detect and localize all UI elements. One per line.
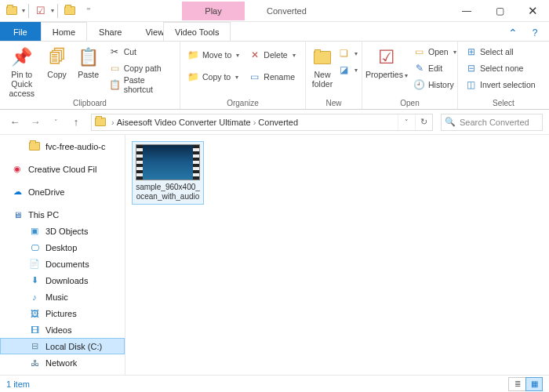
open-button[interactable]: ▭Open▾ xyxy=(410,44,460,60)
tab-home[interactable]: Home xyxy=(41,22,87,41)
nav-item-pictures[interactable]: 🖼Pictures xyxy=(0,305,125,321)
copy-icon: 🗐 xyxy=(45,45,69,69)
paste-icon: 📋 xyxy=(77,45,100,69)
minimize-button[interactable]: — xyxy=(450,0,483,22)
nav-item-music[interactable]: ♪Music xyxy=(0,289,125,305)
close-button[interactable]: ✕ xyxy=(516,0,549,22)
onedrive-icon: ☁ xyxy=(11,187,24,198)
nav-item-folder[interactable]: fvc-free-audio-c xyxy=(0,138,125,154)
folder-icon[interactable] xyxy=(61,2,78,20)
forward-button[interactable]: → xyxy=(27,114,44,131)
file-list[interactable]: sample_960x400_ocean_with_audio xyxy=(125,135,549,375)
nav-item-documents[interactable]: 📄Documents xyxy=(0,256,125,272)
chevron-right-icon[interactable]: › xyxy=(251,118,259,127)
history-button[interactable]: 🕘History xyxy=(410,77,460,93)
chevron-right-icon[interactable]: › xyxy=(109,118,117,127)
properties-icon[interactable]: ☑ xyxy=(32,2,49,20)
open-icon: ▭ xyxy=(413,46,425,58)
select-all-icon: ⊞ xyxy=(465,46,477,58)
nav-item-3d-objects[interactable]: ▣3D Objects xyxy=(0,223,125,239)
large-icons-view-button[interactable]: ▦ xyxy=(525,377,543,391)
details-view-button[interactable]: ≣ xyxy=(508,377,525,391)
address-bar[interactable]: › Aiseesoft Video Converter Ultimate › C… xyxy=(91,114,433,131)
tab-file[interactable]: File xyxy=(0,22,41,41)
maximize-button[interactable]: ▢ xyxy=(483,0,516,22)
file-item[interactable]: sample_960x400_ocean_with_audio xyxy=(132,141,204,205)
tab-video-tools[interactable]: Video Tools xyxy=(163,22,231,41)
nav-item-downloads[interactable]: ⬇Downloads xyxy=(0,272,125,289)
search-input[interactable]: 🔍 Search Converted xyxy=(441,114,543,131)
properties-button[interactable]: ☑ Properties▾ xyxy=(366,44,407,79)
edit-icon: ✎ xyxy=(413,63,425,74)
nav-item-local-disk[interactable]: ⊟Local Disk (C:) xyxy=(0,338,125,354)
drive-icon: ⊟ xyxy=(28,341,41,352)
new-item-button[interactable]: ❏▾ xyxy=(338,45,358,61)
group-label: Clipboard xyxy=(0,99,180,109)
copy-to-icon: 📁 xyxy=(187,71,199,83)
video-thumbnail xyxy=(136,144,200,180)
invert-selection-icon: ◫ xyxy=(465,79,477,91)
rename-icon: ▭ xyxy=(249,71,260,83)
ribbon: 📌 Pin to Quick access 🗐 Copy 📋 Paste ✂Cu… xyxy=(0,41,549,110)
help-icon[interactable]: ? xyxy=(525,25,544,41)
item-count-label: 1 item xyxy=(6,379,30,389)
nav-item-videos[interactable]: 🎞Videos xyxy=(0,321,125,338)
move-to-button[interactable]: 📁Move to▾ xyxy=(184,47,242,63)
ribbon-collapse-icon[interactable]: ⌃ xyxy=(504,25,522,41)
copy-button[interactable]: 🗐 Copy xyxy=(43,44,71,79)
up-button[interactable]: ↑ xyxy=(67,114,85,131)
nav-item-this-pc[interactable]: 🖥This PC xyxy=(0,206,125,223)
new-folder-icon xyxy=(311,45,334,69)
rename-button[interactable]: ▭Rename xyxy=(245,69,298,85)
search-icon: 🔍 xyxy=(445,117,456,127)
breadcrumb-item[interactable]: Aiseesoft Video Converter Ultimate xyxy=(117,118,251,127)
refresh-button[interactable]: ↻ xyxy=(415,114,432,130)
address-dropdown-button[interactable]: ˅ xyxy=(398,114,415,130)
cut-icon: ✂ xyxy=(109,46,121,58)
nav-item-desktop[interactable]: 🖵Desktop xyxy=(0,239,125,256)
titlebar: ▾ ☑ ▾ ⁼ Play Converted — ▢ ✕ xyxy=(0,0,549,22)
nav-item-creative-cloud[interactable]: ◉Creative Cloud Fil xyxy=(0,161,125,177)
delete-button[interactable]: ✕Delete▾ xyxy=(245,47,298,63)
folder-icon[interactable] xyxy=(3,2,20,20)
nav-item-onedrive[interactable]: ☁OneDrive xyxy=(0,183,125,200)
tab-share[interactable]: Share xyxy=(87,22,133,41)
downloads-icon: ⬇ xyxy=(28,275,41,286)
group-label: Organize xyxy=(180,99,305,109)
nav-item-network[interactable]: 🖧Network xyxy=(0,354,125,371)
easy-access-icon: ◪ xyxy=(338,64,350,76)
3d-objects-icon: ▣ xyxy=(28,226,41,237)
pin-to-quick-access-button[interactable]: 📌 Pin to Quick access xyxy=(4,44,40,98)
delete-icon: ✕ xyxy=(249,49,260,61)
status-bar: 1 item ≣ ▦ xyxy=(0,375,549,392)
easy-access-button[interactable]: ◪▾ xyxy=(338,62,358,78)
copy-to-button[interactable]: 📁Copy to▾ xyxy=(184,69,242,85)
overflow-icon[interactable]: ⁼ xyxy=(80,2,97,20)
back-button[interactable]: ← xyxy=(6,114,24,131)
invert-selection-button[interactable]: ◫Invert selection xyxy=(462,77,539,93)
move-to-icon: 📁 xyxy=(187,49,199,61)
properties-icon: ☑ xyxy=(375,45,398,69)
paste-button[interactable]: 📋 Paste xyxy=(75,44,103,79)
pin-icon: 📌 xyxy=(10,45,34,69)
select-all-button[interactable]: ⊞Select all xyxy=(462,44,539,60)
quick-access-toolbar: ▾ ☑ ▾ ⁼ xyxy=(0,2,97,20)
creative-cloud-icon: ◉ xyxy=(11,164,24,175)
breadcrumb-item[interactable]: Converted xyxy=(258,118,298,127)
select-none-button[interactable]: ⊟Select none xyxy=(462,60,539,76)
navigation-pane[interactable]: fvc-free-audio-c ◉Creative Cloud Fil ☁On… xyxy=(0,135,125,375)
history-icon: 🕘 xyxy=(413,79,425,91)
pictures-icon: 🖼 xyxy=(28,308,41,319)
select-none-icon: ⊟ xyxy=(465,63,477,74)
folder-icon xyxy=(28,141,41,152)
group-label: Open xyxy=(362,99,457,109)
paste-shortcut-button[interactable]: 📋Paste shortcut xyxy=(106,77,176,93)
recent-locations-button[interactable]: ˅ xyxy=(47,114,64,131)
cut-button[interactable]: ✂Cut xyxy=(106,44,176,60)
file-name-label: sample_960x400_ocean_with_audio xyxy=(135,183,201,201)
copy-path-button[interactable]: ▭Copy path xyxy=(106,60,176,76)
new-folder-button[interactable]: New folder xyxy=(310,44,335,89)
network-icon: 🖧 xyxy=(28,358,41,368)
edit-button[interactable]: ✎Edit xyxy=(410,60,460,76)
paste-shortcut-icon: 📋 xyxy=(109,79,121,91)
